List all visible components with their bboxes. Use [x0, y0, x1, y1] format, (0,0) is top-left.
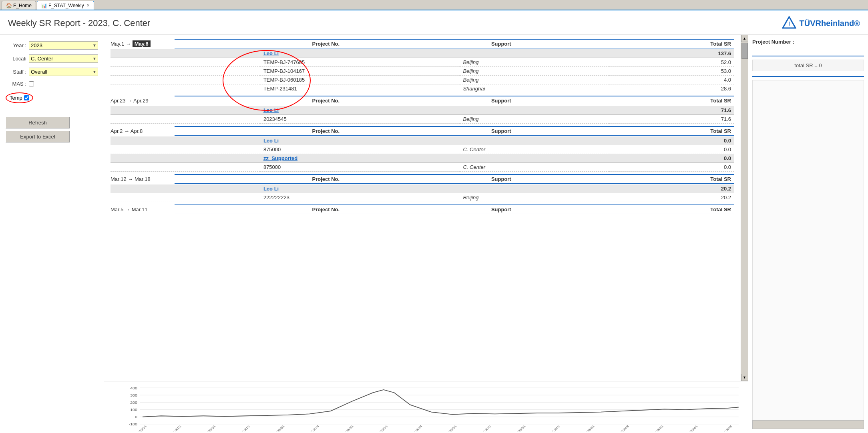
table-row: Leo Li 137.6: [111, 49, 734, 58]
x-label-12: 2023/3/1: [515, 425, 526, 431]
location-label: Locati: [6, 56, 26, 62]
col-project-header-5: Project No.: [309, 205, 488, 214]
temp-label: Temp: [10, 95, 22, 101]
header: Weekly SR Report - 2023, C. Center TÜVRh…: [0, 10, 868, 35]
project-no: TEMP-BJ-060185: [260, 76, 460, 84]
col-project-header-1: Project No.: [309, 39, 488, 48]
support-val: Beijing: [460, 67, 609, 76]
page-title: Weekly SR Report - 2023, C. Center: [8, 18, 150, 28]
col-support-header-5: Support: [488, 205, 623, 214]
staff-select[interactable]: Overall: [29, 68, 98, 76]
x-label-7: 2023/3/1: [343, 425, 354, 431]
scrollbar[interactable]: ▲ ▼: [741, 35, 748, 381]
table-row: 20234545 Beijing 71.6: [111, 115, 734, 124]
y-label-100: 100: [130, 408, 137, 412]
project-number-input[interactable]: [752, 46, 864, 56]
logo-text: TÜVRheinland®: [800, 19, 860, 28]
mas-row: MAS :: [6, 81, 98, 87]
right-content-area: [752, 80, 864, 420]
week-table-2: Project No. Support Total SR: [175, 96, 734, 105]
temp-checkbox[interactable]: [24, 95, 29, 100]
tab-home-label: F_Home: [13, 3, 32, 8]
project-no: 20234545: [260, 115, 460, 124]
x-label-18: 2023/5/6: [721, 425, 733, 431]
table-row: TEMP-BJ-060185 Beijing 4.0: [111, 76, 734, 84]
location-select[interactable]: C. Center: [29, 54, 98, 63]
week-data-table-2: Leo Li 71.6 20234545 Beijing 71.6: [111, 106, 734, 124]
week-section-4: Mar.12 → Mar.18 Project No. Support Tota…: [111, 174, 734, 202]
totalsr-val: 0.0: [609, 145, 734, 154]
project-no: 222222223: [260, 193, 460, 202]
week-range-3: Apr.2 → Apr.8: [111, 128, 175, 134]
project-number-label: Project Number :: [752, 39, 864, 45]
person-link[interactable]: Leo Li: [263, 138, 279, 144]
totalsr-val: 20.2: [609, 193, 734, 202]
refresh-button[interactable]: Refresh: [6, 117, 70, 128]
week-range-1: May.1 → May.6: [111, 41, 175, 47]
x-label-11: 2023/3/1: [480, 425, 492, 431]
week-data-table-4: Leo Li 20.2 222222223 Beijing 20.2: [111, 184, 734, 202]
tab-stat-label: F_STAT_Weekly: [48, 3, 84, 8]
main-window: Weekly SR Report - 2023, C. Center TÜVRh…: [0, 10, 868, 433]
x-label-15: 2023/4/8: [618, 425, 629, 431]
x-label-14: 2023/4/1: [584, 425, 595, 431]
location-select-wrapper: C. Center ▼: [29, 54, 98, 63]
tuv-logo-icon: [782, 16, 796, 30]
x-label-8: 2023/3/1: [377, 425, 388, 431]
totalsr-val: 71.6: [609, 115, 734, 124]
week-section-2: Apr.23 → Apr.29 Project No. Support Tota…: [111, 96, 734, 124]
person-link[interactable]: Leo Li: [263, 186, 279, 192]
table-row: 875000 C. Center 0.0: [111, 145, 734, 154]
totalsr-val: 53.0: [609, 67, 734, 76]
active-week-1: May.6: [133, 40, 151, 47]
week-table-5: Project No. Support Total SR: [175, 204, 734, 214]
center-scroll-area: May.1 → May.6 Project No. Support Total …: [104, 35, 748, 381]
chart-area: 400 300 200 100 0 -100 2023/1/1 2023/1/1…: [104, 381, 748, 433]
scroll-content[interactable]: May.1 → May.6 Project No. Support Total …: [104, 35, 741, 381]
scroll-thumb[interactable]: [741, 43, 748, 59]
col-support-header-1: Support: [488, 39, 623, 48]
support-val: C. Center: [460, 145, 609, 154]
support-val: Beijing: [460, 58, 609, 67]
col-support-header-2: Support: [488, 96, 623, 105]
person-link[interactable]: Leo Li: [263, 107, 279, 113]
support-val: C. Center: [460, 163, 609, 172]
col-project-header-3: Project No.: [309, 126, 488, 136]
project-no: 875000: [260, 145, 460, 154]
location-field-row: Locati C. Center ▼: [6, 54, 98, 63]
year-select[interactable]: 2023: [29, 41, 98, 50]
x-label-5: 2023/2/1: [274, 425, 285, 431]
x-label-1: 2023/1/1: [136, 425, 147, 431]
person-link[interactable]: Leo Li: [263, 50, 279, 56]
week-header-5: Mar.5 → Mar.11 Project No. Support Total…: [111, 204, 734, 214]
week-section-5: Mar.5 → Mar.11 Project No. Support Total…: [111, 204, 734, 214]
scroll-down-button[interactable]: ▼: [741, 374, 748, 381]
project-no: TEMP-231481: [260, 84, 460, 93]
chart-svg: 400 300 200 100 0 -100 2023/1/1 2023/1/1…: [108, 383, 744, 431]
col-support-header-3: Support: [488, 126, 623, 136]
tab-home[interactable]: 🏠 F_Home: [2, 1, 36, 10]
week-section-1: May.1 → May.6 Project No. Support Total …: [111, 39, 734, 93]
tab-close-icon[interactable]: ✕: [86, 3, 90, 8]
mas-label: MAS :: [6, 81, 26, 87]
tab-stat[interactable]: 📊 F_STAT_Weekly ✕: [37, 1, 94, 10]
mas-checkbox[interactable]: [29, 81, 34, 86]
staff-field-row: Staff : Overall ▼: [6, 68, 98, 76]
person-link[interactable]: zz_Supported: [263, 155, 297, 161]
chart-line: [143, 390, 739, 417]
col-totalsr-header-1: Total SR: [622, 39, 734, 48]
project-no: TEMP-BJ-747685: [260, 58, 460, 67]
col-totalsr-header-5: Total SR: [622, 205, 734, 214]
support-val: Beijing: [460, 76, 609, 84]
table-row: TEMP-BJ-104167 Beijing 53.0: [111, 67, 734, 76]
x-label-10: 2023/3/1: [446, 425, 457, 431]
right-divider: [752, 76, 864, 77]
totalsr-val: 4.0: [609, 76, 734, 84]
x-label-2: 2023/1/1: [171, 425, 182, 431]
week-table-3: Project No. Support Total SR: [175, 126, 734, 136]
col-totalsr-header-3: Total SR: [622, 126, 734, 136]
scroll-up-button[interactable]: ▲: [741, 35, 748, 42]
export-button[interactable]: Export to Excel: [6, 131, 70, 142]
table-row: zz_Supported 0.0: [111, 154, 734, 163]
col-totalsr-header-4: Total SR: [622, 174, 734, 184]
